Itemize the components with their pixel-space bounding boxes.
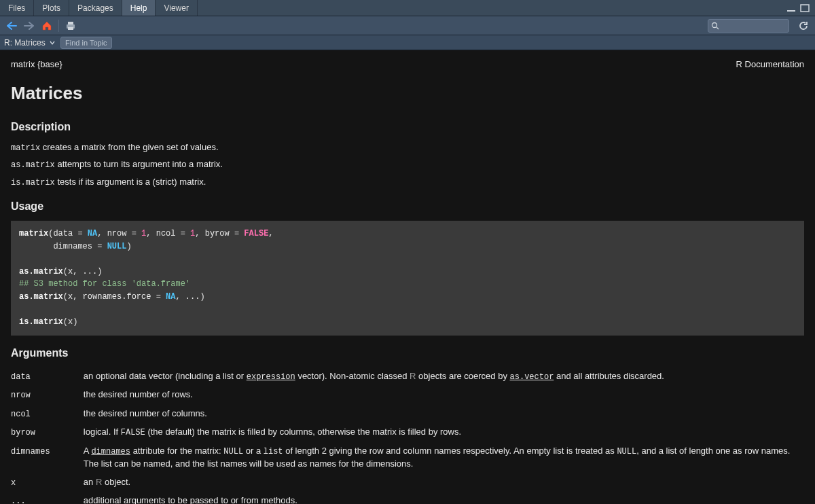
desc-line-1: matrix creates a matrix from the given s…: [11, 141, 804, 154]
arg-row-data: data an optional data vector (including …: [11, 367, 804, 386]
help-breadcrumb-bar: R: Matrices Find in Topic: [0, 35, 815, 50]
link-dimnames[interactable]: dimnames: [91, 447, 130, 456]
help-topic-title: R: Matrices: [4, 38, 55, 48]
minimize-icon[interactable]: [786, 4, 796, 12]
toolbar-separator: [58, 20, 59, 32]
arg-row-dots: ... additional arguments to be passed to…: [11, 492, 804, 504]
maximize-icon[interactable]: [800, 4, 810, 12]
panel-tabs: Files Plots Packages Help Viewer: [0, 0, 815, 16]
doc-package: matrix {base}: [11, 58, 62, 71]
desc-line-2: as.matrix attempts to turn its argument …: [11, 158, 804, 171]
page-title: Matrices: [11, 81, 804, 107]
svg-rect-1: [801, 5, 809, 12]
svg-rect-4: [68, 27, 73, 30]
tab-plots[interactable]: Plots: [34, 0, 69, 16]
back-button[interactable]: [4, 18, 19, 33]
svg-line-6: [717, 27, 719, 29]
tab-packages[interactable]: Packages: [69, 0, 122, 16]
home-button[interactable]: [39, 18, 54, 33]
print-button[interactable]: [63, 18, 78, 33]
arg-row-x: x an R object.: [11, 473, 804, 492]
find-in-topic[interactable]: Find in Topic: [60, 37, 112, 49]
svg-rect-2: [68, 22, 73, 24]
section-arguments: Arguments: [11, 345, 804, 361]
help-search[interactable]: [708, 19, 789, 33]
arguments-table: data an optional data vector (including …: [11, 367, 804, 504]
section-description: Description: [11, 119, 804, 134]
tab-files[interactable]: Files: [0, 0, 34, 16]
link-expression[interactable]: expression: [247, 372, 295, 382]
tab-help[interactable]: Help: [122, 0, 156, 16]
search-icon: [711, 22, 719, 30]
doc-rdoc-label: R Documentation: [736, 58, 804, 71]
chevron-down-icon[interactable]: [50, 40, 55, 46]
forward-button[interactable]: [22, 18, 37, 33]
help-search-input[interactable]: [722, 22, 786, 30]
link-as-vector[interactable]: as.vector: [510, 372, 554, 382]
arg-row-nrow: nrow the desired number of rows.: [11, 386, 804, 404]
refresh-button[interactable]: [796, 18, 811, 33]
desc-line-3: is.matrix tests if its argument is a (st…: [11, 176, 804, 189]
arg-row-dimnames: dimnames A dimnames attribute for the ma…: [11, 442, 804, 473]
arg-row-ncol: ncol the desired number of columns.: [11, 405, 804, 423]
arg-row-byrow: byrow logical. If FALSE (the default) th…: [11, 423, 804, 442]
svg-rect-0: [787, 10, 795, 12]
usage-block: matrix(data = NA, nrow = 1, ncol = 1, by…: [11, 221, 804, 336]
section-usage: Usage: [11, 198, 804, 214]
svg-point-5: [712, 22, 717, 27]
tab-viewer[interactable]: Viewer: [156, 0, 197, 16]
help-toolbar: [0, 16, 815, 35]
help-content[interactable]: matrix {base} R Documentation Matrices D…: [0, 50, 815, 504]
